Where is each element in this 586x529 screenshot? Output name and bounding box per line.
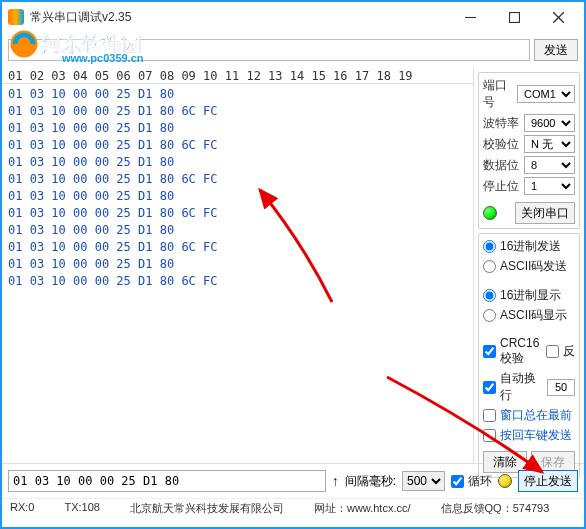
interval-label: 间隔毫秒: [345,473,396,490]
send-ascii-radio[interactable]: ASCII码发送 [483,258,575,275]
databits-select[interactable]: 8 [524,156,575,174]
port-group: 端口号COM1 波特率9600 校验位N 无 数据位8 停止位1 关闭串口 [478,72,580,229]
options-group: 16进制发送 ASCII码发送 16进制显示 ASCII码显示 CRC16校验 … [478,233,580,478]
wrap-width-input[interactable] [547,379,575,396]
crc-checkbox[interactable]: CRC16校验 [483,336,543,367]
disp-ascii-radio[interactable]: ASCII码显示 [483,307,575,324]
port-select[interactable]: COM1 [517,85,575,103]
port-led-icon [483,206,497,220]
parity-select[interactable]: N 无 [524,135,575,153]
window-title: 常兴串口调试v2.35 [30,9,448,26]
status-rx: RX:0 [10,501,34,516]
status-company: 北京航天常兴科技发展有限公司 [130,501,284,516]
stopbits-select[interactable]: 1 [524,177,575,195]
watermark-brand: 河东软件园 [42,31,142,58]
port-label: 端口号 [483,77,514,111]
disp-hex-radio[interactable]: 16进制显示 [483,287,575,304]
svg-rect-1 [509,12,519,22]
watermark-logo: 河东软件园 [6,26,142,62]
parity-label: 校验位 [483,136,521,153]
side-panel: 端口号COM1 波特率9600 校验位N 无 数据位8 停止位1 关闭串口 16… [474,68,584,463]
maximize-button[interactable] [492,2,536,32]
send-led-icon [498,474,512,488]
hex-lines[interactable]: 01 03 10 00 00 25 D1 80 01 03 10 00 00 2… [2,84,473,463]
stop-send-button[interactable]: 停止发送 [518,470,578,492]
close-button[interactable] [536,2,580,32]
main-area: 01 02 03 04 05 06 07 08 09 10 11 12 13 1… [2,68,584,463]
send-hex-radio[interactable]: 16进制发送 [483,238,575,255]
status-site: 网址：www.htcx.cc/ [314,501,411,516]
arrow-up-icon: ↑ [332,473,339,489]
enter-send-checkbox[interactable]: 按回车键发送 [483,427,575,444]
send-top-button[interactable]: 发送 [534,39,578,61]
close-port-button[interactable]: 关闭串口 [515,202,575,224]
interval-select[interactable]: 500 [402,471,445,491]
baud-select[interactable]: 9600 [524,114,575,132]
minimize-button[interactable] [448,2,492,32]
hex-header: 01 02 03 04 05 06 07 08 09 10 11 12 13 1… [2,68,473,84]
status-bar: RX:0 TX:108 北京航天常兴科技发展有限公司 网址：www.htcx.c… [2,498,584,518]
status-qq: 信息反馈QQ：574793 [441,501,550,516]
status-tx: TX:108 [64,501,99,516]
reflect-checkbox[interactable]: 反 [546,343,575,360]
brand-icon [6,26,42,62]
hex-panel: 01 02 03 04 05 06 07 08 09 10 11 12 13 1… [2,68,474,463]
send-input[interactable] [8,470,326,492]
baud-label: 波特率 [483,115,521,132]
wrap-checkbox[interactable]: 自动换行 [483,370,544,404]
loop-checkbox[interactable]: 循环 [451,473,492,490]
app-icon [8,9,24,25]
stop-label: 停止位 [483,178,521,195]
data-label: 数据位 [483,157,521,174]
topmost-checkbox[interactable]: 窗口总在最前 [483,407,575,424]
